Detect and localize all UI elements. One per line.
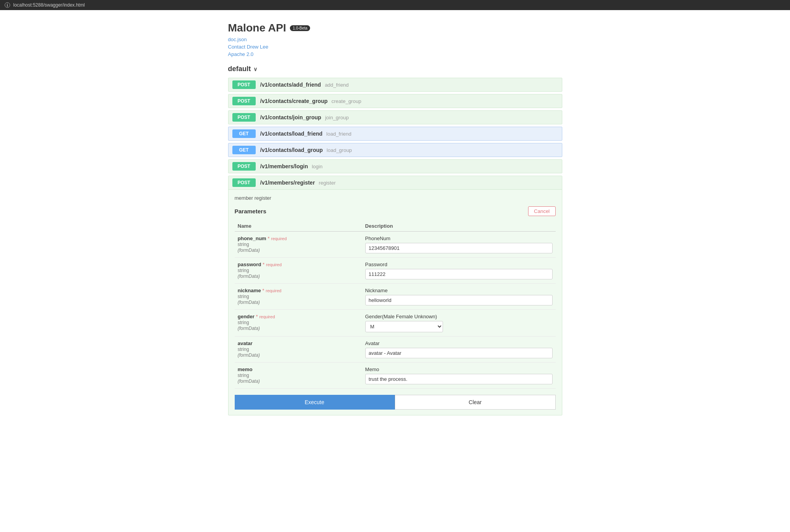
endpoint-row-5[interactable]: POST /v1/members/login login [228,159,562,173]
required-star-password: * [261,262,266,267]
endpoint-row-4[interactable]: GET /v1/contacts/load_group load_group [228,143,562,157]
register-description: member register [235,195,556,201]
endpoint-summary-4: load_group [327,147,352,153]
param-source-gender: (formData) [238,326,260,331]
register-endpoint-path: /v1/members/register [260,180,315,186]
endpoint-row-0[interactable]: POST /v1/contacts/add_friend add_friend [228,78,562,92]
endpoint-path-2: /v1/contacts/join_group [260,114,321,120]
param-type-password: string [238,268,249,273]
required-star-phone_num: * [266,235,271,241]
endpoint-summary-0: add_friend [325,82,349,88]
api-title: Malone API [228,22,286,34]
param-type-nickname: string [238,294,249,299]
param-source-phone_num: (formData) [238,248,260,253]
param-row-nickname: nickname * required string (formData) Ni… [235,284,556,310]
endpoint-row-3[interactable]: GET /v1/contacts/load_friend load_friend [228,127,562,141]
param-label-memo: Memo [365,366,553,372]
endpoint-summary-5: login [312,164,322,169]
param-input-nickname[interactable] [365,295,553,305]
param-type-memo: string [238,373,249,378]
param-source-memo: (formData) [238,379,260,384]
param-name-nickname: nickname [238,288,261,293]
param-source-nickname: (formData) [238,300,260,305]
param-type-avatar: string [238,347,249,352]
param-row-phone_num: phone_num * required string (formData) P… [235,232,556,258]
parameters-label: Parameters [235,208,267,215]
param-name-phone_num: phone_num [238,235,267,241]
execute-button[interactable]: Execute [235,395,395,410]
register-endpoint-expanded: POST /v1/members/register register membe… [228,176,562,415]
param-input-memo[interactable] [365,374,553,384]
method-badge-3: GET [232,129,256,138]
required-star-nickname: * [261,288,265,293]
api-title-row: Malone API 1.0-Beta [228,22,562,34]
param-label-avatar: Avatar [365,340,553,346]
endpoint-path-4: /v1/contacts/load_group [260,147,323,153]
endpoint-row-2[interactable]: POST /v1/contacts/join_group join_group [228,110,562,124]
col-desc-header: Description [362,221,556,232]
param-source-password: (formData) [238,274,260,279]
param-type-phone_num: string [238,242,249,247]
endpoints-list: POST /v1/contacts/add_friend add_friend … [228,78,562,173]
param-label-password: Password [365,262,553,267]
endpoint-summary-3: load_friend [326,131,351,137]
section-title: default [228,65,251,73]
param-row-password: password * required string (formData) Pa… [235,258,556,284]
browser-bar: ℹ localhost:5288/swagger/index.html [0,0,790,10]
param-label-gender: Gender(Male Female Unknown) [365,314,553,319]
method-badge-0: POST [232,80,256,89]
param-input-avatar[interactable] [365,348,553,358]
param-label-nickname: Nickname [365,288,553,293]
param-row-gender: gender * required string (formData) Gend… [235,310,556,337]
license-link[interactable]: Apache 2.0 [228,51,562,57]
section-chevron-icon: ∨ [253,66,257,72]
required-star-gender: * [255,314,259,319]
endpoint-path-3: /v1/contacts/load_friend [260,131,323,137]
required-label-password: required [266,262,281,267]
param-name-avatar: avatar [238,340,253,346]
browser-url: localhost:5288/swagger/index.html [13,2,85,8]
beta-badge: 1.0-Beta [290,25,310,31]
param-input-phone_num[interactable] [365,243,553,253]
register-content: member register Parameters Cancel Name D… [228,190,562,415]
param-label-phone_num: PhoneNum [365,235,553,241]
clear-button[interactable]: Clear [395,395,556,410]
required-label-gender: required [259,314,275,319]
required-label-phone_num: required [271,236,286,241]
endpoint-path-1: /v1/contacts/create_group [260,98,328,104]
param-name-password: password [238,262,262,267]
param-name-gender: gender [238,314,255,319]
method-badge-1: POST [232,97,256,105]
params-table: Name Description phone_num * required st… [235,221,556,389]
contact-link[interactable]: Contact Drew Lee [228,44,562,50]
cancel-button[interactable]: Cancel [528,206,555,216]
required-label-nickname: required [266,288,281,293]
register-endpoint-row[interactable]: POST /v1/members/register register [228,176,562,190]
method-badge-5: POST [232,162,256,171]
parameters-header: Parameters Cancel [235,206,556,216]
endpoint-path-5: /v1/members/login [260,163,308,169]
endpoint-path-0: /v1/contacts/add_friend [260,82,321,88]
param-select-gender[interactable]: MFemaleUnknown [365,321,443,332]
endpoint-summary-1: create_group [331,98,361,104]
param-row-avatar: avatar string (formData) Avatar [235,337,556,363]
register-method-badge: POST [232,178,256,187]
param-type-gender: string [238,320,249,325]
doc-json-link[interactable]: doc.json [228,37,562,42]
register-endpoint-summary: register [319,180,335,186]
param-name-memo: memo [238,366,253,372]
endpoint-row-1[interactable]: POST /v1/contacts/create_group create_gr… [228,94,562,108]
param-input-password[interactable] [365,269,553,279]
section-header[interactable]: default ∨ [228,65,562,73]
param-row-memo: memo string (formData) Memo [235,363,556,389]
col-name-header: Name [235,221,362,232]
method-badge-2: POST [232,113,256,122]
info-icon: ℹ [5,2,10,8]
endpoint-summary-2: join_group [325,115,349,120]
method-badge-4: GET [232,146,256,154]
action-buttons: Execute Clear [235,395,556,410]
param-source-avatar: (formData) [238,352,260,358]
